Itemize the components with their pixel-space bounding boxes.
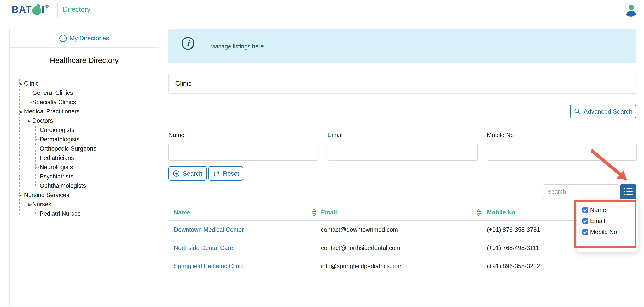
checkbox-checked-icon[interactable] xyxy=(582,207,588,213)
tree-node-nursing-services[interactable]: Nursing Services xyxy=(10,190,159,200)
tree-node-cardiologists[interactable]: Cardiologists xyxy=(10,125,159,135)
magnifier-icon xyxy=(574,108,581,115)
tree-guide-line xyxy=(35,209,36,214)
column-header-label: Name xyxy=(174,209,190,216)
listing-mobile: (+91) 896-358-3222 xyxy=(487,263,636,270)
email-input[interactable] xyxy=(328,143,478,161)
tree-connector xyxy=(35,177,39,177)
column-header-name[interactable]: Name xyxy=(168,208,318,217)
column-toggle-email[interactable]: Email xyxy=(582,215,638,226)
filter-field-name: Name xyxy=(168,132,318,161)
listing-name-link[interactable]: Springfield Pediatric Clinic xyxy=(174,263,244,269)
columns-dropdown: NameEmailMobile No xyxy=(577,200,638,252)
table-row: Downtown Medical Centercontact@downtownm… xyxy=(168,221,636,239)
checkbox-checked-icon[interactable] xyxy=(582,229,588,235)
reset-button[interactable]: Reset xyxy=(208,166,243,181)
tree-connector xyxy=(35,214,39,214)
list-icon xyxy=(624,188,632,189)
columns-toggle-button[interactable] xyxy=(620,184,636,199)
tree-node-label[interactable]: Pediatricians xyxy=(40,154,74,161)
table-row: Northside Dental Carecontact@northsidede… xyxy=(168,239,636,257)
tree-node-nurses[interactable]: Nurses xyxy=(10,200,159,209)
tree-node-label[interactable]: Specialty Clinics xyxy=(32,99,76,106)
tree-node-pediatricians[interactable]: Pediatricians xyxy=(10,153,159,163)
listing-name-link[interactable]: Downtown Medical Center xyxy=(174,226,244,233)
tree-node-label[interactable]: Pediatri Nurses xyxy=(40,210,80,217)
back-arrow-icon: ← xyxy=(59,35,67,42)
tree-connector xyxy=(35,186,39,186)
column-toggle-label: Name xyxy=(590,206,606,213)
category-tree: ClinicGeneral ClinicsSpecialty ClinicsMe… xyxy=(10,79,159,222)
search-button[interactable]: Search xyxy=(168,166,207,181)
directory-title: Healthcare Directory xyxy=(10,48,159,73)
tree-guide-line xyxy=(27,199,28,205)
table-search-input[interactable] xyxy=(543,184,618,199)
tree-node-dermatologists[interactable]: Dermatologists xyxy=(10,135,159,144)
tree-node-label[interactable]: Clinic xyxy=(24,80,39,87)
checkbox-checked-icon[interactable] xyxy=(582,218,588,224)
tree-connector xyxy=(35,130,39,130)
table-header-row: NameEmailMobile No xyxy=(168,204,636,221)
column-header-label: Email xyxy=(321,209,337,216)
field-label: Mobile No xyxy=(487,132,637,139)
tree-guide-line xyxy=(27,88,28,103)
tree-node-label[interactable]: Cardiologists xyxy=(40,127,74,134)
tree-guide-line xyxy=(35,125,36,186)
tree-node-ophthalmologists[interactable]: Ophthalmologists xyxy=(10,181,159,190)
tree-node-doctors[interactable]: Doctors xyxy=(10,116,159,125)
tree-node-label[interactable]: Doctors xyxy=(32,117,53,124)
batoi-logo[interactable]: BAT I ® xyxy=(12,4,48,15)
tree-connector xyxy=(27,102,32,103)
search-button-label: Search xyxy=(183,170,202,177)
tree-node-label[interactable]: Neurologists xyxy=(40,164,73,171)
listings-table: NameEmailMobile No Downtown Medical Cent… xyxy=(168,204,636,275)
tree-guide-line xyxy=(27,116,28,121)
tree-node-label[interactable]: Nurses xyxy=(32,201,51,208)
filter-field-mobile-no: Mobile No xyxy=(487,132,637,161)
sidebar: ← My Directories Healthcare Directory Cl… xyxy=(9,29,159,305)
listing-email: info@springfieldpediatrics.com xyxy=(318,263,487,270)
advanced-search-label: Advanced Search xyxy=(584,108,632,115)
column-header-email[interactable]: Email xyxy=(318,208,487,217)
tree-node-label[interactable]: Ophthalmologists xyxy=(40,182,86,189)
tree-node-psychiatrists[interactable]: Psychiatrists xyxy=(10,172,159,181)
tree-node-label[interactable]: General Clinics xyxy=(32,89,73,96)
tree-connector xyxy=(35,158,39,158)
search-arrow-icon xyxy=(173,170,180,177)
advanced-search-button[interactable]: Advanced Search xyxy=(570,105,636,118)
my-directories-link[interactable]: ← My Directories xyxy=(10,29,159,48)
selected-category-box[interactable]: Clinic xyxy=(168,73,636,94)
name-input[interactable] xyxy=(168,143,318,161)
avatar-body-icon xyxy=(626,11,636,17)
tree-node-label[interactable]: Nursing Services xyxy=(24,192,69,199)
tree-node-general-clinics[interactable]: General Clinics xyxy=(10,88,159,98)
tree-node-label[interactable]: Psychiatrists xyxy=(40,173,73,180)
tree-node-pediatri-nurses[interactable]: Pediatri Nurses xyxy=(10,209,159,218)
tree-node-clinic[interactable]: Clinic xyxy=(10,79,159,88)
field-label: Name xyxy=(168,132,318,139)
tree-node-specialty-clinics[interactable]: Specialty Clinics xyxy=(10,98,159,107)
mobile-no-input[interactable] xyxy=(487,143,637,161)
sort-icon[interactable] xyxy=(476,208,482,217)
user-avatar[interactable] xyxy=(624,3,638,17)
column-toggle-label: Mobile No xyxy=(590,229,617,236)
tree-node-label[interactable]: Orthopedic Surgeons xyxy=(40,145,96,152)
tree-node-neurologists[interactable]: Neurologists xyxy=(10,163,159,172)
directory-page: BAT I ® Directory ← My Directories Healt… xyxy=(0,0,644,307)
sort-icon[interactable] xyxy=(312,208,317,217)
tree-node-label[interactable]: Dermatologists xyxy=(40,136,80,143)
tree-node-orthopedic-surgeons[interactable]: Orthopedic Surgeons xyxy=(10,144,159,153)
tree-node-label[interactable]: Medical Practitioners xyxy=(24,108,80,115)
tree-node-medical-practitioners[interactable]: Medical Practitioners xyxy=(10,107,159,116)
registered-mark: ® xyxy=(46,4,48,9)
column-toggle-mobile-no[interactable]: Mobile No xyxy=(582,226,638,237)
info-banner-text: Manage listings here. xyxy=(210,43,265,50)
header-divider xyxy=(57,3,58,17)
tree-guide-line xyxy=(19,79,20,214)
logo-leaf-icon xyxy=(32,5,41,15)
my-directories-label: My Directories xyxy=(70,35,109,42)
column-toggle-name[interactable]: Name xyxy=(582,204,638,215)
filter-field-email: Email xyxy=(328,132,478,161)
tree-connector xyxy=(27,93,32,93)
listing-name-link[interactable]: Northside Dental Care xyxy=(174,244,233,251)
